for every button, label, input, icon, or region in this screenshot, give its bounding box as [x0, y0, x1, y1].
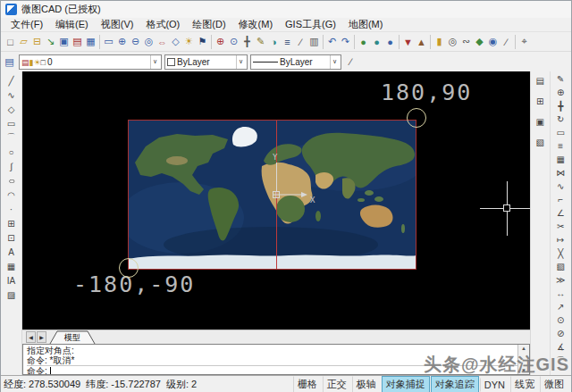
zoom-out-icon[interactable]: ⊖: [129, 34, 142, 50]
mirror-icon[interactable]: ⋈: [552, 166, 568, 179]
dim-linear-icon[interactable]: ↔: [552, 287, 568, 300]
dim-arc-icon[interactable]: ⌒: [552, 354, 568, 367]
toggle-weitu[interactable]: 微图: [540, 376, 568, 392]
toggle-ortho[interactable]: 正交: [323, 376, 351, 392]
open-project-icon[interactable]: ⊟: [30, 34, 44, 50]
flag-icon[interactable]: ⚑: [196, 34, 209, 50]
pan-realtime-icon[interactable]: ⇔: [156, 34, 169, 50]
drawing-canvas[interactable]: Y X 180,90 -180,-90: [22, 71, 530, 329]
draw-order-icon[interactable]: ∕: [294, 34, 307, 50]
redo-icon[interactable]: ↷: [339, 34, 352, 50]
offset-icon[interactable]: ≡: [552, 139, 568, 153]
rotate-icon[interactable]: ↻: [552, 113, 568, 126]
orbit-icon[interactable]: ◑: [267, 34, 281, 50]
break-icon[interactable]: ╳: [552, 246, 568, 260]
zoom-window-icon[interactable]: ▭: [102, 34, 115, 50]
line-icon[interactable]: ╱: [4, 73, 20, 88]
zoom-all-icon[interactable]: ⊙: [227, 34, 240, 50]
layer-properties-icon[interactable]: ▤: [3, 54, 16, 70]
tab-scroll-right-icon[interactable]: ▶: [37, 331, 46, 343]
dim-aligned-icon[interactable]: ↗: [552, 300, 568, 313]
move-icon[interactable]: ╋: [552, 99, 568, 113]
layer-manager-icon[interactable]: ≡: [281, 34, 294, 50]
dim-diameter-icon[interactable]: ⊘: [552, 327, 568, 340]
copy-icon[interactable]: ⊕: [552, 86, 568, 99]
chevron-down-icon[interactable]: ∨: [236, 55, 245, 69]
menu-gis-tools[interactable]: GIS工具(G): [279, 18, 342, 31]
menu-format[interactable]: 格式(O): [139, 18, 186, 31]
save-as-icon[interactable]: ▦: [84, 34, 97, 50]
scroll-up-icon[interactable]: ▲: [521, 346, 526, 351]
region-select-icon[interactable]: ◆: [473, 34, 486, 50]
undo-icon[interactable]: ↶: [325, 34, 339, 50]
rectangle-icon[interactable]: ▭: [4, 116, 20, 130]
trim-icon[interactable]: ✂: [552, 220, 568, 233]
layer-dropdown[interactable]: ▤▮☀□ 0 ∨: [19, 54, 162, 70]
toggle-otrack[interactable]: 对象追踪: [431, 376, 479, 392]
command-window[interactable]: 指定对角点: 命令: *取消* 命令: ▲ ▼: [22, 344, 530, 375]
brightness-icon[interactable]: ☀: [182, 34, 196, 50]
command-input-line[interactable]: 命令:: [27, 365, 517, 374]
spline-icon[interactable]: ∫: [4, 159, 20, 173]
menu-modify[interactable]: 修改(M): [232, 18, 280, 31]
command-scrollbar[interactable]: ▲ ▼: [517, 345, 529, 374]
table-icon[interactable]: ▦: [4, 259, 20, 273]
draw-pen-icon[interactable]: ∕: [500, 34, 513, 50]
linetype-dropdown[interactable]: ByLayer ∨: [250, 54, 341, 70]
export-view-icon[interactable]: ▥: [307, 34, 321, 50]
toggle-lineweight[interactable]: 线宽: [510, 376, 539, 392]
georeference-icon[interactable]: ▼: [401, 34, 415, 50]
paste-clip-icon[interactable]: ▣: [532, 114, 548, 129]
hatch-icon[interactable]: ▨: [4, 288, 20, 302]
raster-tools-icon[interactable]: ▲: [415, 34, 428, 50]
scale-icon[interactable]: ▭: [552, 126, 568, 139]
new-file-icon[interactable]: □: [4, 34, 17, 50]
polygon-icon[interactable]: ◇: [4, 102, 20, 116]
menu-edit[interactable]: 编辑(E): [49, 18, 95, 31]
import-data-icon[interactable]: ↘: [44, 34, 57, 50]
marker-icon[interactable]: ▮: [433, 34, 446, 50]
mtext-icon[interactable]: IA: [4, 273, 20, 288]
plot-icon[interactable]: ▤: [71, 34, 84, 50]
dim-angular-icon[interactable]: ∡: [552, 340, 568, 354]
open-file-icon[interactable]: ▱: [17, 34, 30, 50]
lineweight-icon[interactable]: ∕: [344, 54, 358, 70]
fillet-icon[interactable]: ⌐: [552, 193, 568, 206]
circle-icon[interactable]: ○: [4, 145, 20, 159]
make-block-icon[interactable]: ⊡: [4, 230, 20, 245]
ellipse-icon[interactable]: ○: [0, 173, 21, 188]
tab-scroll-left-icon[interactable]: ◀: [26, 331, 36, 343]
toggle-dyn[interactable]: DYN: [480, 378, 509, 392]
globe-green-icon[interactable]: ●: [357, 34, 370, 50]
menu-view[interactable]: 视图(V): [95, 18, 140, 31]
color-dropdown[interactable]: ByLayer ∨: [164, 54, 248, 70]
menu-file[interactable]: 文件(F): [4, 18, 49, 31]
menu-draw[interactable]: 绘图(D): [186, 18, 231, 31]
join-icon[interactable]: ≫: [552, 273, 568, 287]
menu-map[interactable]: 地图(M): [342, 18, 390, 31]
extend-icon[interactable]: ↦: [552, 233, 568, 246]
polyline-icon[interactable]: ∿: [4, 88, 20, 102]
preview-search-icon[interactable]: ⌖: [517, 34, 531, 50]
text-icon[interactable]: A: [4, 245, 20, 259]
zoom-extents-icon[interactable]: ◎: [142, 34, 156, 50]
copy-clip-icon[interactable]: ⊞: [532, 94, 548, 108]
stretch-icon[interactable]: ▧: [552, 260, 568, 273]
online-map-icon[interactable]: ◉: [486, 34, 500, 50]
paste-special-icon[interactable]: ▧: [532, 135, 548, 149]
tab-model[interactable]: 模型: [49, 330, 96, 344]
toggle-grid[interactable]: 栅格: [293, 376, 322, 392]
spline-edit-icon[interactable]: ∿: [552, 179, 568, 193]
point-icon[interactable]: ·: [4, 202, 20, 216]
pan-icon[interactable]: ╋: [240, 34, 254, 50]
globe-earth-icon[interactable]: ●: [370, 34, 383, 50]
erase-icon[interactable]: ✎: [552, 72, 568, 86]
sketch-icon[interactable]: ✎: [254, 34, 267, 50]
zoom-previous-icon[interactable]: ◇: [169, 34, 182, 50]
chamfer-icon[interactable]: ∠: [552, 206, 568, 220]
array-icon[interactable]: ▦: [552, 153, 568, 166]
zoom-in-icon[interactable]: ⊕: [115, 34, 129, 50]
globe-blue-icon[interactable]: ●: [383, 34, 397, 50]
match-properties-icon[interactable]: ▤: [532, 73, 548, 88]
ellipse-arc-icon[interactable]: ◠: [4, 188, 20, 202]
